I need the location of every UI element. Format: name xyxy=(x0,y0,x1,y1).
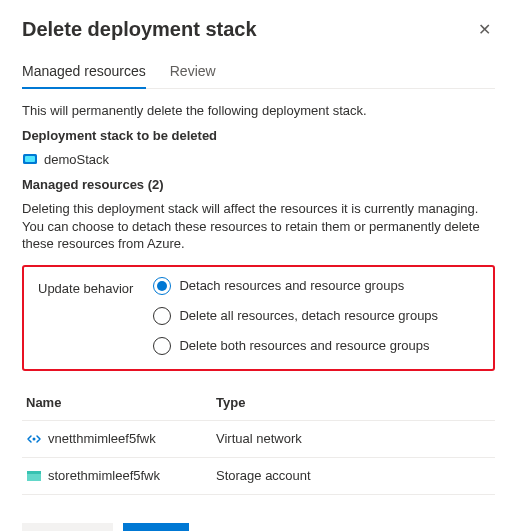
update-behavior-label: Update behavior xyxy=(38,277,133,355)
tab-bar: Managed resources Review xyxy=(22,63,495,89)
svg-rect-4 xyxy=(27,474,41,481)
stack-name: demoStack xyxy=(44,152,109,167)
virtual-network-icon xyxy=(26,431,42,447)
tab-review[interactable]: Review xyxy=(170,63,216,89)
tab-managed-resources[interactable]: Managed resources xyxy=(22,63,146,89)
radio-icon xyxy=(153,277,171,295)
svg-point-2 xyxy=(33,437,36,440)
stack-icon xyxy=(22,151,38,167)
resource-type: Storage account xyxy=(216,468,491,484)
radio-label: Delete both resources and resource group… xyxy=(179,338,429,353)
radio-label: Delete all resources, detach resource gr… xyxy=(179,308,438,323)
intro-text: This will permanently delete the followi… xyxy=(22,103,495,118)
column-header-type: Type xyxy=(216,395,491,410)
resource-name: vnetthmimleef5fwk xyxy=(48,431,156,446)
resources-table: Name Type vnetthmimleef5fwk Virtual netw… xyxy=(22,385,495,495)
next-button[interactable]: Next xyxy=(123,523,190,531)
radio-icon xyxy=(153,307,171,325)
svg-rect-3 xyxy=(27,471,41,474)
managed-resources-heading: Managed resources (2) xyxy=(22,177,495,192)
update-behavior-section: Update behavior Detach resources and res… xyxy=(22,265,495,371)
radio-delete-resources[interactable]: Delete all resources, detach resource gr… xyxy=(153,307,479,325)
radio-icon xyxy=(153,337,171,355)
stack-row: demoStack xyxy=(22,151,495,167)
table-row: vnetthmimleef5fwk Virtual network xyxy=(22,421,495,458)
managed-resources-info: Deleting this deployment stack will affe… xyxy=(22,200,495,253)
storage-account-icon xyxy=(26,468,42,484)
radio-delete-both[interactable]: Delete both resources and resource group… xyxy=(153,337,479,355)
resource-name: storethmimleef5fwk xyxy=(48,468,160,483)
previous-button[interactable]: Previous xyxy=(22,523,113,531)
resource-type: Virtual network xyxy=(216,431,491,447)
page-title: Delete deployment stack xyxy=(22,18,257,41)
radio-detach[interactable]: Detach resources and resource groups xyxy=(153,277,479,295)
close-icon[interactable]: ✕ xyxy=(474,18,495,41)
column-header-name: Name xyxy=(26,395,216,410)
radio-label: Detach resources and resource groups xyxy=(179,278,404,293)
stack-to-delete-heading: Deployment stack to be deleted xyxy=(22,128,495,143)
svg-rect-1 xyxy=(25,156,35,162)
table-row: storethmimleef5fwk Storage account xyxy=(22,458,495,495)
